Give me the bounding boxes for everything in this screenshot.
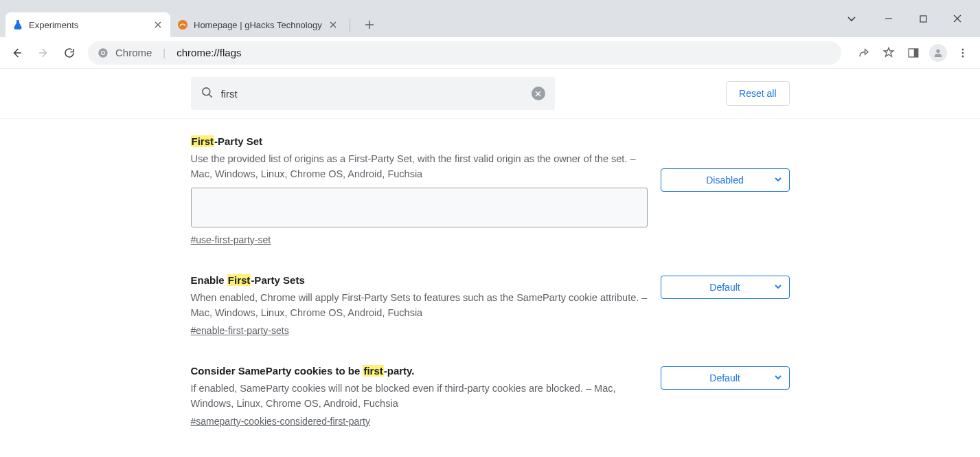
flag-title: Consider SameParty cookies to be first-p… (191, 365, 648, 377)
svg-point-7 (936, 49, 939, 52)
flag-description: When enabled, Chrome will apply First-Pa… (191, 290, 648, 321)
ghacks-icon (177, 19, 188, 30)
titlebar: Experiments Homepage | gHacks Technology (0, 0, 980, 37)
svg-point-11 (202, 87, 209, 95)
flag-select[interactable]: Default (661, 276, 790, 299)
forward-button[interactable] (32, 41, 55, 65)
back-button[interactable] (5, 41, 29, 65)
chevron-down-icon (774, 175, 782, 186)
menu-button[interactable] (951, 41, 975, 65)
close-window-button[interactable] (942, 8, 973, 30)
search-input[interactable] (221, 88, 525, 100)
close-icon[interactable] (328, 19, 339, 30)
url-path: chrome://flags (176, 47, 241, 58)
flask-icon (12, 19, 23, 30)
chrome-icon (98, 47, 109, 58)
page-content[interactable]: Reset all First-Party SetUse the provide… (0, 69, 980, 457)
flags-list: First-Party SetUse the provided list of … (191, 135, 790, 427)
svg-point-8 (962, 48, 964, 50)
flag-item: Consider SameParty cookies to be first-p… (191, 365, 790, 427)
new-tab-button[interactable] (360, 15, 379, 34)
minimize-button[interactable] (873, 8, 904, 30)
reset-all-button[interactable]: Reset all (726, 81, 789, 106)
flag-item: Enable First-Party SetsWhen enabled, Chr… (191, 274, 790, 336)
search-bar-row: Reset all (0, 69, 980, 119)
flag-description: If enabled, SameParty cookies will not b… (191, 381, 648, 412)
flag-select-value: Default (709, 282, 740, 293)
chevron-down-icon (774, 282, 782, 293)
clear-search-button[interactable] (532, 87, 545, 100)
flag-select-value: Default (709, 372, 740, 383)
share-icon[interactable] (852, 41, 876, 65)
flag-select-value: Disabled (706, 175, 743, 186)
tab-ghacks[interactable]: Homepage | gHacks Technology (170, 12, 345, 37)
url-prefix: Chrome (115, 47, 152, 58)
flag-title: First-Party Set (191, 135, 648, 147)
window-controls (840, 0, 980, 37)
flag-permalink[interactable]: #sameparty-cookies-considered-first-part… (191, 416, 370, 427)
close-icon[interactable] (152, 19, 163, 30)
tab-title: Experiments (29, 20, 147, 30)
svg-rect-1 (920, 16, 926, 22)
tab-search-button[interactable] (840, 8, 863, 30)
side-panel-icon[interactable] (902, 41, 925, 65)
svg-rect-6 (914, 49, 918, 57)
bookmark-icon[interactable] (877, 41, 900, 65)
svg-point-10 (962, 55, 964, 57)
url-separator: | (159, 47, 170, 58)
chevron-down-icon (774, 372, 782, 383)
avatar-icon (929, 44, 947, 62)
flag-permalink[interactable]: #enable-first-party-sets (191, 325, 289, 336)
toolbar: Chrome | chrome://flags (0, 37, 980, 69)
reload-button[interactable] (58, 41, 81, 65)
flag-item: First-Party SetUse the provided list of … (191, 135, 790, 245)
tab-title: Homepage | gHacks Technology (194, 20, 322, 30)
svg-point-0 (178, 20, 187, 30)
flag-description: Use the provided list of origins as a Fi… (191, 151, 648, 182)
svg-point-9 (962, 52, 964, 54)
toolbar-actions (848, 41, 975, 65)
svg-point-4 (102, 52, 104, 54)
tab-experiments[interactable]: Experiments (5, 12, 170, 37)
flags-search-box[interactable] (191, 77, 555, 110)
maximize-button[interactable] (907, 8, 939, 30)
flag-title: Enable First-Party Sets (191, 274, 648, 286)
profile-button[interactable] (926, 41, 950, 65)
address-bar[interactable]: Chrome | chrome://flags (88, 41, 841, 65)
flag-select[interactable]: Disabled (661, 168, 790, 192)
tab-separator (350, 18, 350, 32)
flag-permalink[interactable]: #use-first-party-set (191, 234, 271, 245)
flag-select[interactable]: Default (661, 366, 790, 390)
search-icon (201, 86, 214, 102)
flag-textarea[interactable] (191, 188, 648, 227)
tab-strip: Experiments Homepage | gHacks Technology (0, 0, 379, 37)
